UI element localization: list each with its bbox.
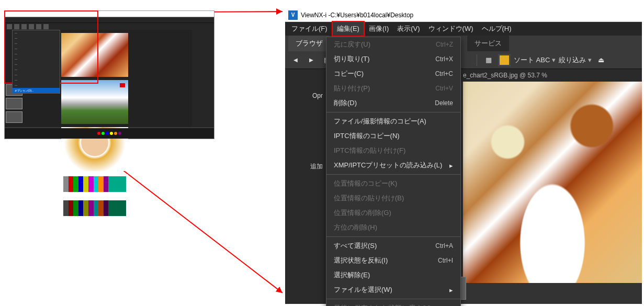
menu-item-shortcut: Ctrl+Z: [436, 41, 453, 48]
menu-item-shortcut: Delete: [435, 99, 453, 107]
menu-window[interactable]: ウィンドウ(W): [424, 22, 478, 36]
menu-item-label: 貼り付け(P): [334, 84, 370, 93]
menu-item-label: 元に戻す(U): [334, 40, 370, 49]
menu-item[interactable]: 選択状態を反転(I)Ctrl+I: [326, 253, 460, 268]
menu-item-shortcut: Ctrl+C: [435, 70, 453, 77]
edit-dropdown-menu: 元に戻す(U)Ctrl+Z切り取り(T)Ctrl+Xコピー(C)Ctrl+C貼り…: [326, 37, 461, 306]
grid-icon: ▦: [485, 56, 492, 64]
left-label-1: Opr: [289, 92, 323, 99]
menu-item-label: ファイル/撮影情報のコピー(A): [334, 117, 426, 126]
export-button[interactable]: ⏏: [595, 54, 607, 66]
menu-item-label: すべて選択(S): [334, 241, 377, 251]
preview-image: [463, 82, 642, 283]
menu-item: IPTC情報の貼り付け(F): [326, 143, 460, 158]
title-path: C:¥Users¥b014local¥Desktop: [330, 12, 413, 19]
menu-item[interactable]: すべて選択(S)Ctrl+A: [326, 239, 460, 253]
view-mode-button[interactable]: ▦: [482, 54, 495, 66]
menu-separator: [326, 112, 460, 112]
menu-help[interactable]: ヘルプ(H): [478, 22, 516, 36]
main-left-panel: Opr 追加: [285, 82, 327, 304]
thumb-right-panel: [192, 30, 214, 127]
layout-icon: [500, 55, 509, 65]
menu-separator: [326, 236, 460, 237]
menu-item[interactable]: コピー(C)Ctrl+C: [326, 66, 460, 81]
menu-item[interactable]: IPTC情報のコピー(N): [326, 129, 460, 143]
menu-item-shortcut: Ctrl+A: [435, 242, 453, 250]
thumb-img-food: [61, 33, 128, 77]
menu-item-label: 位置情報の貼り付け(B): [334, 194, 404, 203]
tab-service[interactable]: サービス: [467, 36, 509, 51]
menu-item[interactable]: 切り取り(T)Ctrl+X: [326, 52, 460, 66]
menu-item[interactable]: ファイル/撮影情報のコピー(A): [326, 114, 460, 129]
menu-item-label: 切り取り(T): [334, 54, 370, 64]
app-icon: V: [288, 10, 298, 20]
menu-item: 最後に保存された状態に戻す(V): [326, 301, 460, 306]
menu-item-label: 選択状態を反転(I): [334, 256, 388, 265]
menu-item-label: 位置情報の削除(G): [334, 208, 391, 218]
submenu-arrow-icon: [446, 162, 453, 169]
sort-dropdown[interactable]: ソート ABC: [514, 55, 556, 65]
menu-item-label: ファイルを選択(W): [334, 285, 392, 294]
menu-item: 位置情報の貼り付け(B): [326, 191, 460, 206]
menu-item[interactable]: XMP/IPTCプリセットの読み込み(L): [326, 158, 460, 173]
menu-image[interactable]: 画像(I): [365, 22, 393, 36]
filter-dropdown[interactable]: 絞り込み: [559, 55, 592, 65]
arrow-left-icon: ◄: [292, 56, 299, 64]
image-info: e_chart2_sRGB.jpg @ 53.7 %: [463, 72, 547, 79]
menu-item: 貼り付け(P)Ctrl+V: [326, 81, 460, 96]
menu-item-label: 方位の削除(H): [334, 223, 377, 232]
tray-icon: ⏏: [598, 56, 604, 64]
menu-item-shortcut: Ctrl+V: [435, 85, 453, 92]
menu-edit[interactable]: 編集(E): [332, 21, 365, 37]
menu-item-label: XMP/IPTCプリセットの読み込み(L): [334, 161, 442, 170]
thumb-bottombar: [5, 128, 214, 139]
menu-item[interactable]: ファイルを選択(W): [326, 282, 460, 297]
menu-separator: [326, 299, 460, 299]
thumb-img-chart: [61, 174, 128, 218]
menu-item: 位置情報のコピー(K): [326, 176, 460, 191]
arrow-right-icon: ►: [308, 56, 315, 64]
thumb-titlebar: [5, 11, 214, 17]
menu-item-label: コピー(C): [334, 69, 364, 78]
menu-item-label: IPTC情報の貼り付け(F): [334, 146, 405, 155]
menu-file[interactable]: ファイル(F): [287, 22, 332, 36]
menu-item-label: 選択解除(E): [334, 270, 370, 280]
title-app: ViewNX-i -: [301, 12, 330, 19]
thumbnail-screenshot: ——— ——— ——— —— オプション(O)...: [4, 10, 214, 139]
submenu-arrow-icon: [446, 286, 453, 294]
left-label-2: 追加: [289, 162, 323, 171]
menu-item-label: 位置情報のコピー(K): [334, 179, 397, 188]
tab-browser[interactable]: ブラウザ: [288, 36, 330, 51]
menu-item-shortcut: Ctrl+X: [435, 55, 453, 63]
menu-item: 元に戻す(U)Ctrl+Z: [326, 37, 460, 52]
nav-back-button[interactable]: ◄: [289, 54, 302, 66]
thumb-img-mountain: [61, 80, 128, 124]
menu-item-label: IPTC情報のコピー(N): [334, 131, 400, 141]
layout-button[interactable]: [498, 54, 511, 66]
menu-item[interactable]: 選択解除(E): [326, 268, 460, 282]
menu-item: 方位の削除(H): [326, 220, 460, 235]
thumb-edit-menu: ——— ——— ——— —— オプション(O)...: [12, 30, 60, 94]
nav-forward-button[interactable]: ►: [305, 54, 318, 66]
thumb-menubar: [5, 17, 214, 22]
menu-separator: [326, 174, 460, 175]
main-menubar: ファイル(F) 編集(E) 画像(I) 表示(V) ウィンドウ(W) ヘルプ(H…: [285, 22, 642, 36]
menu-item-shortcut: Ctrl+I: [438, 257, 453, 264]
menu-item[interactable]: 削除(D)Delete: [326, 96, 460, 110]
menu-item-label: 削除(D): [334, 98, 357, 108]
menu-view[interactable]: 表示(V): [393, 22, 424, 36]
separator: [477, 54, 477, 66]
menu-item-label: 最後に保存された状態に戻す(V): [334, 303, 431, 306]
thumb-toolbar: [5, 22, 214, 30]
main-titlebar: V ViewNX-i - C:¥Users¥b014local¥Desktop: [285, 8, 642, 22]
thumb-options-item: オプション(O)...: [13, 88, 60, 93]
menu-item: 位置情報の削除(G): [326, 206, 460, 220]
